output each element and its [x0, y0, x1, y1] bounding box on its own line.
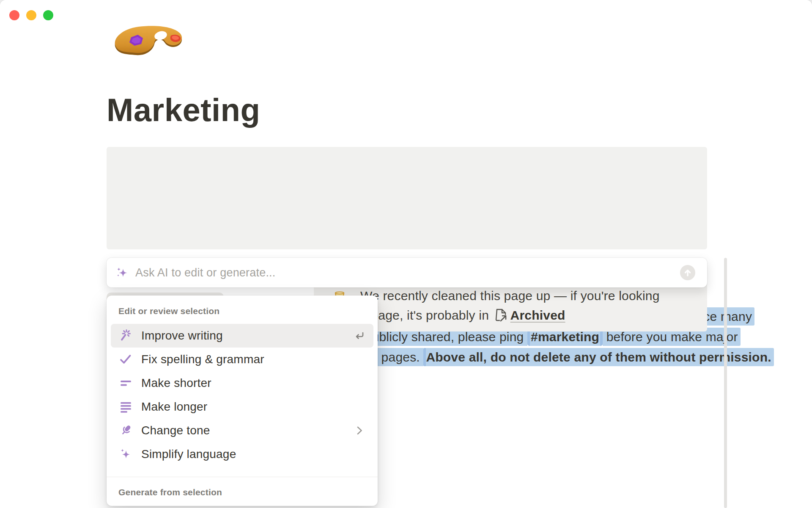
four-lines-icon [118, 400, 133, 414]
microphone-icon [118, 423, 133, 438]
menu-item-simplify-language[interactable]: Simplify language [111, 442, 373, 466]
scrollbar[interactable] [724, 258, 727, 508]
window-controls [9, 10, 53, 20]
arrow-up-icon [683, 268, 693, 278]
menu-item-label: Simplify language [141, 447, 236, 461]
ai-sparkle-icon [115, 266, 129, 279]
checkmark-icon [118, 352, 133, 367]
notion-window: Marketing This is the marketing homepage… [0, 0, 812, 508]
tip-callout[interactable]: This is the marketing homepage where all… [107, 147, 707, 249]
menu-item-label: Make longer [141, 400, 207, 414]
menu-items: Improve writing Fix spelling & grammar M… [107, 320, 378, 466]
menu-section-generate: Generate from selection [107, 477, 378, 506]
ai-input[interactable]: Ask AI to edit or generate... [135, 266, 680, 279]
menu-item-fix-spelling[interactable]: Fix spelling & grammar [111, 348, 373, 371]
selected-text-line3-bold: Above all, do not delete any of them wit… [423, 348, 774, 366]
page-link-icon [495, 308, 507, 322]
menu-item-improve-writing[interactable]: Improve writing [111, 324, 373, 348]
cleanup-line2: a page, it's probably in Archived [360, 306, 660, 325]
menu-item-make-shorter[interactable]: Make shorter [111, 371, 373, 395]
cleanup-line1: We recently cleaned this page up — if yo… [360, 286, 660, 306]
ai-submit-button[interactable] [680, 265, 695, 280]
menu-item-label: Change tone [141, 424, 210, 437]
ask-ai-bar[interactable]: Ask AI to edit or generate... [107, 258, 707, 287]
menu-item-change-tone[interactable]: Change tone [111, 419, 373, 442]
artist-palette-emoji[interactable] [111, 25, 184, 60]
page-title[interactable]: Marketing [107, 94, 260, 126]
zoom-button[interactable] [43, 10, 53, 20]
menu-item-make-longer[interactable]: Make longer [111, 395, 373, 419]
menu-item-label: Make shorter [141, 376, 211, 390]
archived-page-link[interactable]: Archived [510, 308, 565, 322]
return-icon [353, 329, 366, 342]
minimize-button[interactable] [26, 10, 36, 20]
ai-menu: Edit or review selection Improve writing [107, 295, 378, 506]
sparkle-icon [118, 447, 133, 461]
menu-item-label: Improve writing [141, 329, 223, 342]
menu-section-edit: Edit or review selection [107, 295, 378, 320]
close-button[interactable] [9, 10, 19, 20]
two-lines-icon [118, 376, 133, 390]
menu-item-label: Fix spelling & grammar [141, 353, 264, 366]
wand-sparkles-icon [118, 329, 133, 343]
chevron-right-icon [353, 424, 366, 437]
